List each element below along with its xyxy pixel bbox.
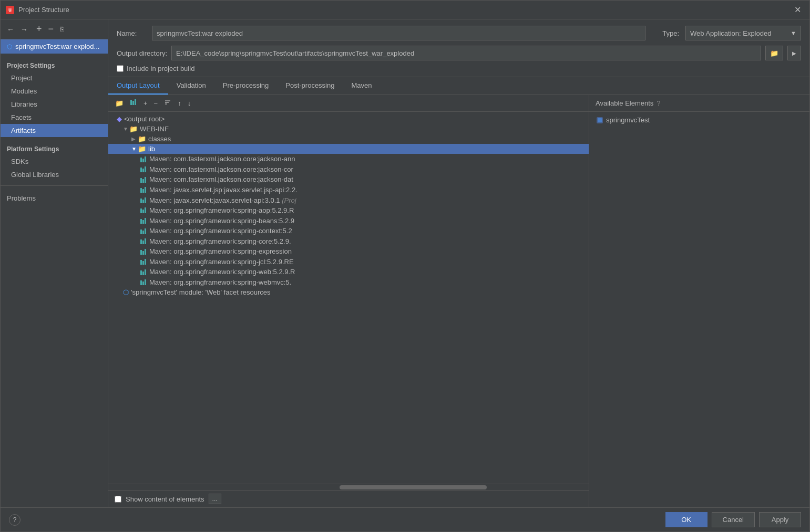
svg-rect-38: [145, 259, 146, 265]
tab-maven[interactable]: Maven: [343, 77, 380, 95]
svg-rect-25: [142, 220, 144, 224]
svg-rect-40: [142, 272, 144, 275]
svg-rect-6: [140, 158, 142, 162]
svg-rect-17: [145, 187, 146, 193]
servlet-api-label: Maven: javax.servlet:javax.servlet-api:3…: [149, 196, 296, 204]
project-structure-dialog: u Project Structure ✕ ← → + − ⎘ ⬡ spring…: [0, 0, 810, 532]
nav-copy-button[interactable]: ⎘: [58, 24, 66, 34]
output-directory-input[interactable]: [171, 46, 761, 60]
help-icon[interactable]: ?: [657, 99, 660, 107]
svg-rect-33: [140, 250, 142, 255]
tab-validation[interactable]: Validation: [168, 77, 214, 95]
svg-rect-0: [130, 100, 132, 105]
avail-item-springmvctest[interactable]: springmvcTest: [589, 114, 809, 126]
toolbar-remove-button[interactable]: −: [151, 98, 161, 109]
nav-forward-button[interactable]: →: [18, 24, 30, 35]
tree-item-facet-resources[interactable]: ⬡ 'springmvcTest' module: 'Web' facet re…: [108, 287, 589, 297]
browse-button[interactable]: 📁: [765, 46, 783, 60]
include-in-build-checkbox[interactable]: [117, 65, 124, 72]
type-select-value: Web Application: Exploded: [690, 29, 771, 37]
available-elements-header: Available Elements ?: [589, 95, 809, 112]
svg-rect-9: [140, 168, 142, 172]
svg-rect-42: [140, 280, 142, 285]
tree-item-spring-web[interactable]: Maven: org.springframework:spring-web:5.…: [108, 267, 589, 277]
tree-item-jsp-api[interactable]: Maven: javax.servlet.jsp:javax.servlet.j…: [108, 185, 589, 195]
sidebar-item-problems[interactable]: Problems: [1, 190, 108, 205]
name-label: Name:: [117, 29, 146, 37]
type-select[interactable]: Web Application: Exploded ▼: [685, 26, 801, 40]
svg-rect-12: [140, 178, 142, 183]
svg-rect-14: [145, 177, 146, 183]
ok-button[interactable]: OK: [665, 512, 708, 527]
apply-button[interactable]: Apply: [759, 512, 801, 527]
platform-settings-label: Platform Settings: [1, 141, 108, 155]
available-elements-tree: springmvcTest: [589, 112, 809, 507]
spring-web-label: Maven: org.springframework:spring-web:5.…: [149, 268, 295, 276]
expand-button[interactable]: ▶: [787, 46, 801, 60]
sidebar-item-facets[interactable]: Facets: [1, 111, 108, 124]
tree-item-output-root[interactable]: ◆ <output root>: [108, 114, 589, 124]
tree-item-jackson-ann[interactable]: Maven: com.fasterxml.jackson.core:jackso…: [108, 154, 589, 164]
tab-postprocessing[interactable]: Post-processing: [277, 77, 343, 95]
tree-item-jackson-dat[interactable]: Maven: com.fasterxml.jackson.core:jackso…: [108, 174, 589, 185]
title-bar-left: u Project Structure: [6, 6, 69, 14]
tree-item-spring-beans[interactable]: Maven: org.springframework:spring-beans:…: [108, 215, 589, 226]
tree-item-spring-webmvc[interactable]: Maven: org.springframework:spring-webmvc…: [108, 277, 589, 288]
tree-item-spring-context[interactable]: Maven: org.springframework:spring-contex…: [108, 226, 589, 236]
tree-item-lib[interactable]: ▼ 📁 lib: [108, 144, 589, 154]
scrollbar-thumb[interactable]: [340, 485, 487, 489]
svg-rect-22: [142, 210, 144, 213]
artifact-item[interactable]: ⬡ springmvcTest:war explod...: [1, 39, 108, 54]
type-dropdown-arrow: ▼: [791, 30, 796, 36]
sidebar-item-artifacts[interactable]: Artifacts: [1, 124, 108, 137]
svg-rect-18: [140, 199, 142, 203]
sidebar-item-global-libraries[interactable]: Global Libraries: [1, 168, 108, 181]
nav-remove-button[interactable]: −: [46, 23, 56, 36]
cancel-button[interactable]: Cancel: [712, 512, 755, 527]
tree-item-classes[interactable]: ▶ 📁 classes: [108, 134, 589, 144]
svg-rect-36: [140, 260, 142, 265]
sidebar-item-libraries[interactable]: Libraries: [1, 98, 108, 111]
available-elements-panel: Available Elements ? springmvcTest: [589, 95, 809, 507]
nav-back-button[interactable]: ←: [5, 24, 16, 35]
footer-right: OK Cancel Apply: [665, 512, 801, 527]
toolbar-up-button[interactable]: ↑: [175, 98, 184, 109]
name-row: Name: Type: Web Application: Exploded ▼: [117, 26, 801, 40]
nav-add-button[interactable]: +: [34, 23, 44, 36]
tree-item-web-inf[interactable]: ▼ 📁 WEB-INF: [108, 124, 589, 134]
sidebar-item-project[interactable]: Project: [1, 71, 108, 85]
toolbar-sort-button[interactable]: [161, 97, 174, 109]
maven-icon-2: [140, 165, 147, 174]
toolbar-add-button[interactable]: +: [141, 98, 150, 109]
folder-icon: 📁: [129, 125, 138, 133]
project-icon: [596, 116, 604, 124]
tree-item-jackson-core[interactable]: Maven: com.fasterxml.jackson.core:jackso…: [108, 164, 589, 175]
show-content-checkbox[interactable]: [115, 496, 121, 503]
svg-rect-27: [140, 230, 142, 234]
tab-preprocessing[interactable]: Pre-processing: [214, 77, 277, 95]
tree-item-spring-aop[interactable]: Maven: org.springframework:spring-aop:5.…: [108, 205, 589, 216]
spring-webmvc-label: Maven: org.springframework:spring-webmvc…: [149, 278, 291, 286]
maven-icon-11: [140, 258, 147, 266]
output-tree: ◆ <output root> ▼ 📁 WEB-INF: [108, 112, 589, 484]
name-input[interactable]: [152, 26, 645, 40]
sidebar-item-sdks[interactable]: SDKs: [1, 155, 108, 168]
sidebar: ← → + − ⎘ ⬡ springmvcTest:war explod... …: [1, 19, 108, 507]
tab-output-layout[interactable]: Output Layout: [108, 77, 168, 95]
toolbar-folder-button[interactable]: 📁: [112, 98, 126, 109]
help-button[interactable]: ?: [9, 514, 20, 526]
tree-item-spring-expression[interactable]: Maven: org.springframework:spring-expres…: [108, 246, 589, 257]
ellipsis-button[interactable]: ...: [209, 494, 221, 504]
tree-item-spring-jcl[interactable]: Maven: org.springframework:spring-jcl:5.…: [108, 257, 589, 267]
web-facet-icon: ⬡: [123, 288, 129, 296]
toolbar-lib-button[interactable]: [127, 97, 140, 109]
sidebar-item-modules[interactable]: Modules: [1, 85, 108, 98]
close-button[interactable]: ✕: [791, 4, 804, 16]
classes-label: classes: [148, 135, 171, 143]
tree-item-servlet-api[interactable]: Maven: javax.servlet:javax.servlet-api:3…: [108, 195, 589, 205]
maven-icon-6: [140, 206, 147, 215]
tree-item-spring-core[interactable]: Maven: org.springframework:spring-core:5…: [108, 236, 589, 247]
spring-core-label: Maven: org.springframework:spring-core:5…: [149, 237, 291, 245]
horizontal-scrollbar[interactable]: [108, 484, 589, 490]
toolbar-down-button[interactable]: ↓: [185, 98, 194, 109]
